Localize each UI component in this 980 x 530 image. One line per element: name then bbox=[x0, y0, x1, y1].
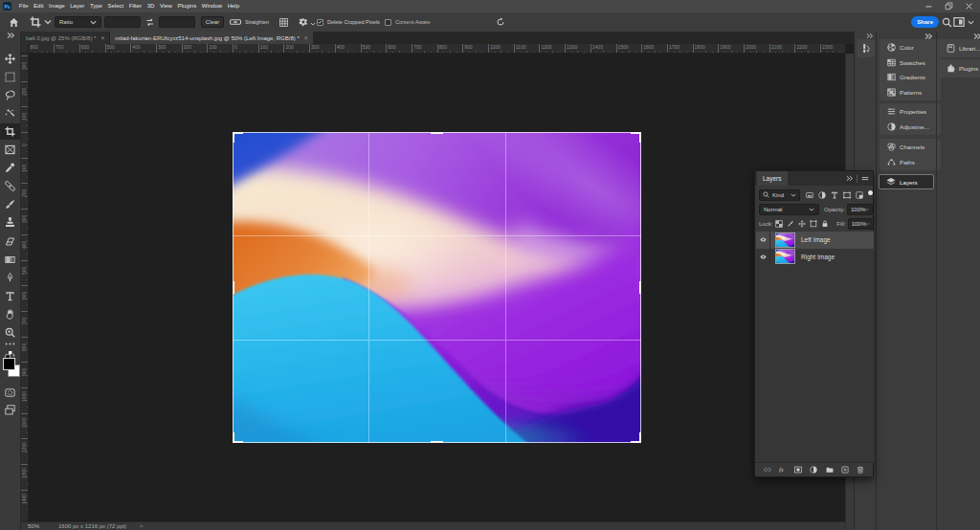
layer-visibility-eye-icon[interactable] bbox=[756, 249, 770, 266]
pixel-filter-icon[interactable] bbox=[806, 191, 813, 199]
layer-thumbnail[interactable] bbox=[775, 249, 795, 264]
toolbar-collapse-icon[interactable] bbox=[7, 32, 14, 39]
dock-item-gradients[interactable]: Gradients bbox=[880, 70, 941, 84]
fill-field[interactable]: 100% bbox=[848, 218, 874, 230]
blend-mode-select[interactable]: Normal bbox=[759, 204, 819, 215]
eraser-tool[interactable] bbox=[0, 233, 20, 250]
healing-tool[interactable] bbox=[0, 178, 20, 194]
lock-move-icon[interactable] bbox=[798, 220, 806, 228]
zoom-level-field[interactable]: 50% bbox=[28, 523, 39, 529]
lock-all-icon[interactable] bbox=[821, 220, 829, 228]
crop-width-input[interactable] bbox=[104, 12, 141, 32]
layers-panel-tab[interactable]: Layers bbox=[757, 171, 788, 186]
dock-item-channels[interactable]: Channels bbox=[880, 140, 941, 154]
menu-image[interactable]: Image bbox=[46, 0, 67, 12]
workspace-layout-button[interactable] bbox=[953, 12, 974, 32]
object-selection-tool[interactable] bbox=[0, 105, 20, 121]
layer-visibility-eye-icon[interactable] bbox=[756, 232, 770, 249]
crop-tool[interactable] bbox=[0, 123, 20, 140]
status-expander[interactable]: > bbox=[140, 523, 144, 529]
layer-filter-select[interactable]: Kind bbox=[759, 189, 800, 201]
layer-name[interactable]: Right Image bbox=[801, 254, 835, 260]
share-button[interactable]: Share bbox=[911, 12, 939, 32]
new-layer-icon[interactable] bbox=[841, 466, 849, 474]
crop-height-input[interactable] bbox=[159, 12, 195, 32]
smart-object-filter-icon[interactable] bbox=[856, 191, 863, 199]
lock-paint-icon[interactable] bbox=[787, 220, 794, 228]
crop-settings-gear[interactable] bbox=[299, 12, 316, 32]
lasso-tool[interactable] bbox=[0, 87, 20, 103]
crop-tool-preset[interactable] bbox=[30, 12, 52, 32]
menu-edit[interactable]: Edit bbox=[31, 0, 46, 12]
layer-effects-icon[interactable] bbox=[779, 466, 787, 474]
restore-icon[interactable] bbox=[945, 2, 954, 11]
menu-help[interactable]: Help bbox=[225, 0, 242, 12]
type-tool[interactable] bbox=[0, 288, 20, 304]
panel-collapse-icon[interactable] bbox=[846, 175, 853, 182]
hand-tool[interactable] bbox=[0, 306, 20, 322]
clear-button[interactable]: Clear bbox=[201, 12, 224, 32]
clone-stamp-tool[interactable] bbox=[0, 214, 20, 231]
foreground-color-swatch[interactable] bbox=[3, 358, 15, 370]
reset-crop-button[interactable] bbox=[496, 12, 505, 32]
menu-layer[interactable]: Layer bbox=[67, 0, 87, 12]
menu-window[interactable]: Window bbox=[199, 0, 225, 12]
screen-mode-icon[interactable] bbox=[0, 402, 20, 418]
dock-item-plugins[interactable]: Plugins bbox=[939, 61, 980, 76]
dock-item-librari[interactable]: Librari... bbox=[939, 41, 980, 55]
crop-ratio-select[interactable]: Ratio bbox=[55, 12, 101, 32]
menu-plugins[interactable]: Plugins bbox=[175, 0, 199, 12]
dock-item-swatches[interactable]: Swatches bbox=[880, 55, 941, 70]
crop-overlay-options[interactable] bbox=[278, 12, 289, 32]
document-tab-1[interactable]: ball-3.jpg @ 25% (RGB/8) *× bbox=[21, 32, 110, 44]
add-mask-icon[interactable] bbox=[794, 466, 802, 474]
layer-thumbnail[interactable] bbox=[775, 232, 795, 248]
delete-cropped-checkbox[interactable]: Delete Cropped Pixels bbox=[317, 12, 380, 32]
marquee-tool[interactable] bbox=[0, 69, 20, 85]
panel-menu-icon[interactable] bbox=[861, 175, 869, 182]
move-tool[interactable] bbox=[0, 51, 20, 67]
layer-row-right-image[interactable]: Right Image bbox=[756, 249, 874, 266]
opacity-field[interactable]: 100% bbox=[847, 204, 873, 215]
content-aware-checkbox[interactable]: Content-Aware bbox=[385, 12, 431, 32]
shape-filter-icon[interactable] bbox=[843, 191, 851, 199]
dock-item-paths[interactable]: Paths bbox=[880, 155, 941, 169]
menu-select[interactable]: Select bbox=[105, 0, 126, 12]
adjustment-filter-icon[interactable] bbox=[818, 191, 826, 199]
delete-layer-icon[interactable] bbox=[857, 466, 864, 474]
tab-close-icon[interactable]: × bbox=[304, 34, 308, 41]
tab-close-icon[interactable]: × bbox=[100, 34, 104, 41]
menu-view[interactable]: View bbox=[157, 0, 175, 12]
dock-item-patterns[interactable]: Patterns bbox=[880, 85, 941, 99]
menu-type[interactable]: Type bbox=[87, 0, 105, 12]
brush-tool[interactable] bbox=[0, 196, 20, 212]
eyedropper-tool[interactable] bbox=[0, 160, 20, 176]
home-button[interactable] bbox=[9, 12, 19, 32]
layer-row-left-image[interactable]: Left Image bbox=[756, 232, 874, 249]
document-image[interactable] bbox=[233, 132, 641, 443]
menu-filter[interactable]: Filter bbox=[126, 0, 145, 12]
lock-artboard-icon[interactable] bbox=[810, 220, 817, 228]
canvas-viewport[interactable] bbox=[29, 54, 845, 521]
dock-item-layers[interactable]: Layers bbox=[879, 174, 934, 189]
new-group-icon[interactable] bbox=[826, 466, 834, 474]
filter-toggle[interactable] bbox=[868, 190, 873, 195]
lock-transparent-icon[interactable] bbox=[775, 220, 783, 228]
layer-name[interactable]: Left Image bbox=[801, 236, 831, 243]
straighten-button[interactable]: Straighten bbox=[230, 12, 269, 32]
menu-3d[interactable]: 3D bbox=[145, 0, 157, 12]
link-layers-icon[interactable] bbox=[764, 466, 771, 474]
document-tab-2[interactable]: milad-fakurian-ERUfcyxz514-unsplash.jpg … bbox=[110, 32, 312, 44]
dock-item-properties[interactable]: Properties bbox=[880, 104, 941, 119]
search-icon[interactable] bbox=[942, 12, 952, 32]
dock-item-color[interactable]: Color bbox=[880, 40, 941, 55]
new-adjustment-icon[interactable] bbox=[810, 466, 817, 474]
history-panel-icon[interactable] bbox=[857, 39, 875, 57]
type-filter-icon[interactable] bbox=[831, 191, 838, 199]
quick-mask-icon[interactable] bbox=[0, 385, 20, 401]
menu-file[interactable]: File bbox=[16, 0, 31, 12]
icon-dock-collapse-icon[interactable] bbox=[866, 33, 873, 39]
dock-item-adjustme[interactable]: Adjustme... bbox=[880, 120, 941, 134]
close-icon[interactable] bbox=[965, 2, 974, 11]
frame-tool[interactable] bbox=[0, 142, 20, 158]
